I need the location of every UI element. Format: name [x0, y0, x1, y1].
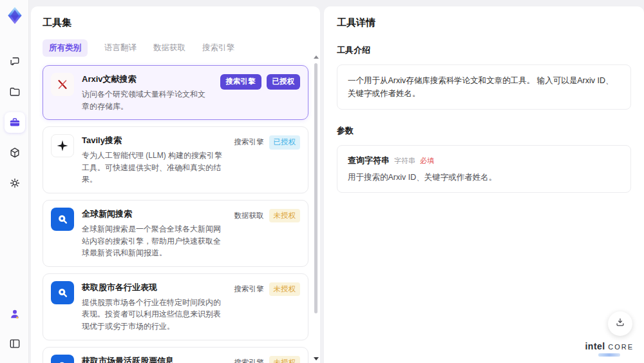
category-badge: 搜索引擎 — [234, 135, 264, 150]
sidebar-item-packages[interactable] — [5, 142, 25, 163]
tool-title: 获取股市各行业表现 — [82, 282, 227, 293]
tool-card[interactable]: 获取市场最活跃股票信息 提供当天交易量最高的股票列表，投资者可以利用这些信息来识… — [43, 347, 308, 363]
tool-info: Arxiv文献搜索 访问各个研究领域大量科学论文和文章的存储库。 — [82, 73, 213, 112]
param-header: 查询字符串 字符串 必填 — [348, 155, 620, 166]
category-badge: 搜索引擎 — [234, 356, 264, 363]
tool-icon — [51, 134, 74, 157]
auth-status-badge: 已授权 — [267, 74, 301, 90]
news-search-icon — [55, 286, 70, 300]
user-icon — [8, 308, 21, 320]
tools-panel: 工具集 所有类别 语言翻译 数据获取 搜索引擎 — [31, 6, 320, 363]
sidebar-item-settings[interactable] — [5, 173, 25, 193]
tool-icon — [51, 208, 74, 231]
tool-card[interactable]: 获取股市各行业表现 提供股票市场各个行业在特定时间段内的表现。投资者可以利用这些… — [43, 273, 308, 340]
tool-badges: 搜索引擎 已授权 — [220, 73, 301, 112]
param-box: 查询字符串 字符串 必填 用于搜索的Arxiv ID、关键字或作者姓名。 — [337, 145, 631, 193]
tool-description: 访问各个研究领域大量科学论文和文章的存储库。 — [82, 88, 213, 112]
intel-logo-text: intel — [585, 341, 605, 351]
intro-text: 一个用于从Arxiv存储库搜索科学论文和文章的工具。 输入可以是Arxiv ID… — [348, 74, 620, 100]
tool-badges: 数据获取 未授权 — [234, 208, 301, 259]
arxiv-icon — [55, 77, 70, 92]
tool-info: 获取市场最活跃股票信息 提供当天交易量最高的股票列表，投资者可以利用这些信息来识… — [82, 355, 227, 363]
tab-data-fetch[interactable]: 数据获取 — [153, 39, 185, 57]
detail-panel-title: 工具详情 — [337, 17, 631, 29]
download-icon — [614, 317, 626, 331]
tool-card[interactable]: 全球新闻搜索 全球新闻搜索是一个聚合全球各大新闻网站内容的搜索引擎，帮助用户快速… — [43, 200, 308, 267]
param-name: 查询字符串 — [348, 155, 390, 166]
tools-panel-title: 工具集 — [43, 17, 308, 29]
auth-status-badge: 已授权 — [269, 135, 301, 150]
toolbox-icon — [8, 116, 21, 129]
category-badge: 搜索引擎 — [220, 74, 261, 90]
sidebar-nav — [0, 52, 29, 193]
scrollbar-thumb[interactable] — [314, 63, 317, 313]
tool-list-scrollbar[interactable] — [313, 55, 319, 360]
sidebar-item-files[interactable] — [5, 82, 25, 103]
intel-core-logo: intel CORE — [585, 340, 634, 357]
tool-title: 全球新闻搜索 — [82, 208, 227, 220]
tool-description: 提供股票市场各个行业在特定时间段内的表现。投资者可以利用这些信息来识别表现优于或… — [82, 297, 227, 333]
tab-search-engine[interactable]: 搜索引擎 — [202, 39, 234, 57]
tool-icon — [51, 281, 74, 304]
collapse-panel-icon — [8, 337, 21, 350]
auth-status-badge: 未授权 — [269, 282, 301, 297]
tool-title: Tavily搜索 — [82, 135, 227, 146]
scroll-up-icon[interactable] — [314, 55, 319, 59]
tool-icon — [51, 73, 74, 96]
tool-info: 获取股市各行业表现 提供股票市场各个行业在特定时间段内的表现。投资者可以利用这些… — [82, 281, 227, 333]
tool-icon — [51, 355, 74, 363]
chat-icon — [8, 55, 21, 68]
params-section-title: 参数 — [337, 125, 631, 137]
cube-icon — [8, 146, 21, 159]
intro-section-title: 工具介绍 — [337, 44, 631, 56]
tool-list: Arxiv文献搜索 访问各个研究领域大量科学论文和文章的存储库。 搜索引擎 已授… — [43, 65, 308, 363]
param-type: 字符串 — [394, 156, 415, 166]
category-badge: 搜索引擎 — [234, 282, 264, 297]
tab-language-translation[interactable]: 语言翻译 — [104, 39, 137, 57]
tab-all-categories[interactable]: 所有类别 — [43, 39, 88, 57]
sidebar-item-tools[interactable] — [5, 112, 25, 133]
tool-card[interactable]: Arxiv文献搜索 访问各个研究领域大量科学论文和文章的存储库。 搜索引擎 已授… — [43, 65, 308, 120]
tool-badges: 搜索引擎 未授权 — [234, 355, 301, 363]
tool-title: Arxiv文献搜索 — [82, 74, 213, 85]
logo-diamond-icon — [5, 5, 25, 26]
tool-title: 获取市场最活跃股票信息 — [82, 355, 227, 363]
sidebar-item-chat[interactable] — [5, 52, 25, 72]
intel-logo-accent-bar — [598, 353, 620, 357]
sidebar-rail — [0, 0, 29, 363]
category-badge: 数据获取 — [234, 209, 264, 223]
tool-info: Tavily搜索 专为人工智能代理 (LLM) 构建的搜索引擎工具。可快速提供实… — [82, 134, 227, 186]
settings-icon — [8, 177, 21, 190]
folder-icon — [8, 86, 21, 99]
download-button[interactable] — [608, 311, 632, 336]
param-required-flag: 必填 — [420, 156, 434, 166]
tool-badges: 搜索引擎 未授权 — [234, 281, 301, 333]
news-search-icon — [55, 212, 70, 226]
news-search-icon — [55, 359, 70, 363]
tool-detail-panel: 工具详情 工具介绍 一个用于从Arxiv存储库搜索科学论文和文章的工具。 输入可… — [324, 6, 644, 363]
tool-info: 全球新闻搜索 全球新闻搜索是一个聚合全球各大新闻网站内容的搜索引擎，帮助用户快速… — [82, 208, 227, 259]
category-tabs: 所有类别 语言翻译 数据获取 搜索引擎 — [43, 39, 308, 57]
auth-status-badge: 未授权 — [269, 356, 301, 363]
core-logo-text: CORE — [608, 343, 634, 351]
param-description: 用于搜索的Arxiv ID、关键字或作者姓名。 — [348, 172, 620, 183]
app-logo — [5, 5, 25, 26]
auth-status-badge: 未授权 — [269, 209, 301, 223]
tool-badges: 搜索引擎 已授权 — [234, 134, 301, 186]
tavily-sparkle-icon — [55, 139, 70, 153]
scroll-down-icon[interactable] — [314, 357, 319, 360]
tool-description: 全球新闻搜索是一个聚合全球各大新闻网站内容的搜索引擎，帮助用户快速获取全球最新资… — [82, 223, 227, 259]
sidebar-item-collapse[interactable] — [5, 333, 25, 354]
intro-box: 一个用于从Arxiv存储库搜索科学论文和文章的工具。 输入可以是Arxiv ID… — [337, 64, 631, 110]
tool-card[interactable]: Tavily搜索 专为人工智能代理 (LLM) 构建的搜索引擎工具。可快速提供实… — [43, 126, 308, 193]
tool-description: 专为人工智能代理 (LLM) 构建的搜索引擎工具。可快速提供实时、准确和真实的结… — [82, 150, 227, 186]
sidebar-bottom — [0, 304, 29, 354]
sidebar-item-user[interactable] — [5, 304, 25, 324]
